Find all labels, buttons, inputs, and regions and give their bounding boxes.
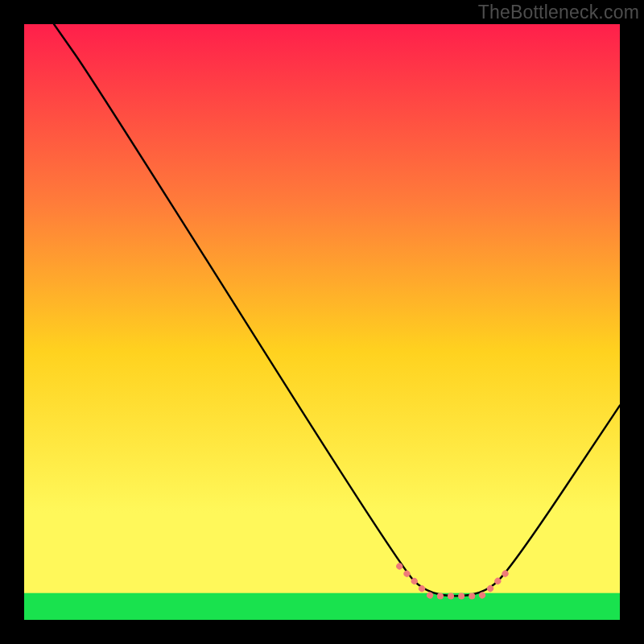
plot-area <box>24 24 620 620</box>
watermark-text: TheBottleneck.com <box>478 2 639 23</box>
chart-frame: TheBottleneck.com <box>0 0 644 644</box>
chart-svg <box>24 24 620 620</box>
green-band <box>24 593 620 620</box>
